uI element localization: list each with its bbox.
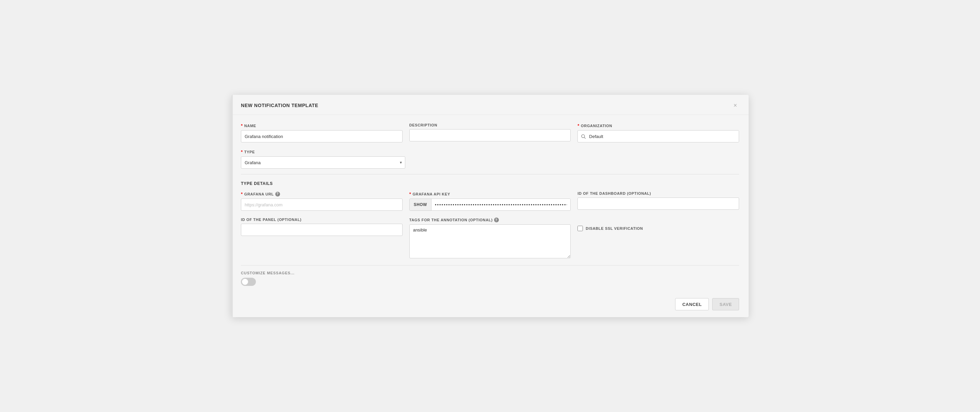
description-input[interactable] bbox=[409, 129, 571, 141]
modal-left-border bbox=[231, 95, 233, 317]
api-required-star: * bbox=[409, 192, 411, 196]
cancel-button[interactable]: CANCEL bbox=[675, 298, 709, 311]
close-button[interactable]: × bbox=[731, 101, 739, 109]
org-input-wrapper bbox=[578, 130, 739, 143]
api-key-label: * GRAFANA API KEY bbox=[409, 192, 571, 196]
customize-toggle[interactable] bbox=[241, 278, 256, 286]
description-label: DESCRIPTION bbox=[409, 123, 571, 127]
modal-footer: CANCEL SAVE bbox=[231, 293, 749, 317]
close-icon: × bbox=[733, 102, 737, 108]
ssl-label[interactable]: DISABLE SSL VERIFICATION bbox=[585, 227, 643, 230]
type-group: * TYPE Grafana Email Slack PagerDuty Web… bbox=[241, 149, 405, 169]
type-select[interactable]: Grafana Email Slack PagerDuty WebHook bbox=[241, 156, 405, 169]
type-required-star: * bbox=[241, 149, 243, 154]
type-select-wrapper: Grafana Email Slack PagerDuty WebHook ▾ bbox=[241, 156, 405, 169]
modal-body: * NAME DESCRIPTION * ORGANIZATION bbox=[231, 115, 749, 293]
modal-container: NEW NOTIFICATION TEMPLATE × * NAME DESCR… bbox=[231, 95, 749, 317]
dashboard-id-label: ID OF THE DASHBOARD (OPTIONAL) bbox=[578, 192, 739, 195]
dashboard-id-input[interactable] bbox=[578, 198, 739, 210]
tags-textarea[interactable]: ansible bbox=[409, 224, 571, 258]
name-required-star: * bbox=[241, 123, 243, 128]
section-divider bbox=[241, 174, 739, 174]
tags-group: TAGS FOR THE ANNOTATION (OPTIONAL) ? ans… bbox=[409, 217, 571, 258]
form-row-1: * NAME DESCRIPTION * ORGANIZATION bbox=[241, 123, 739, 143]
search-icon bbox=[578, 134, 589, 139]
ssl-group: DISABLE SSL VERIFICATION bbox=[578, 217, 739, 258]
customize-label: CUSTOMIZE MESSAGES... bbox=[241, 271, 739, 275]
type-row: * TYPE Grafana Email Slack PagerDuty Web… bbox=[241, 149, 739, 169]
tags-label: TAGS FOR THE ANNOTATION (OPTIONAL) ? bbox=[409, 217, 571, 222]
api-key-group: * GRAFANA API KEY SHOW bbox=[409, 192, 571, 211]
customize-section: CUSTOMIZE MESSAGES... bbox=[241, 265, 739, 286]
modal-header: NEW NOTIFICATION TEMPLATE × bbox=[231, 95, 749, 115]
save-button[interactable]: SAVE bbox=[712, 298, 739, 311]
description-group: DESCRIPTION bbox=[409, 123, 571, 143]
api-key-wrapper: SHOW bbox=[409, 198, 571, 211]
ssl-checkbox[interactable] bbox=[578, 226, 583, 231]
type-label: * TYPE bbox=[241, 149, 405, 154]
organization-label: * ORGANIZATION bbox=[578, 123, 739, 128]
name-group: * NAME bbox=[241, 123, 402, 143]
organization-group: * ORGANIZATION bbox=[578, 123, 739, 143]
organization-input[interactable] bbox=[589, 130, 739, 142]
dashboard-id-group: ID OF THE DASHBOARD (OPTIONAL) bbox=[578, 192, 739, 211]
toggle-slider bbox=[241, 278, 256, 286]
panel-id-label: ID OF THE PANEL (OPTIONAL) bbox=[241, 217, 402, 222]
svg-line-1 bbox=[584, 137, 585, 139]
name-label: * NAME bbox=[241, 123, 402, 128]
org-required-star: * bbox=[578, 123, 579, 128]
url-required-star: * bbox=[241, 192, 243, 196]
form-row-4: ID OF THE PANEL (OPTIONAL) TAGS FOR THE … bbox=[241, 217, 739, 258]
api-key-input[interactable] bbox=[431, 199, 570, 211]
grafana-url-input[interactable] bbox=[241, 198, 402, 211]
tags-help-icon[interactable]: ? bbox=[494, 217, 499, 222]
type-details-title: TYPE DETAILS bbox=[241, 181, 739, 186]
show-api-key-button[interactable]: SHOW bbox=[410, 199, 431, 211]
modal-title: NEW NOTIFICATION TEMPLATE bbox=[241, 103, 318, 108]
name-input[interactable] bbox=[241, 130, 402, 143]
panel-id-input[interactable] bbox=[241, 224, 402, 236]
grafana-url-label: * GRAFANA URL ? bbox=[241, 192, 402, 196]
ssl-checkbox-wrapper: DISABLE SSL VERIFICATION bbox=[578, 226, 739, 231]
form-row-3: * GRAFANA URL ? * GRAFANA API KEY SHOW bbox=[241, 192, 739, 211]
grafana-url-group: * GRAFANA URL ? bbox=[241, 192, 402, 211]
grafana-url-help-icon[interactable]: ? bbox=[275, 192, 280, 196]
panel-id-group: ID OF THE PANEL (OPTIONAL) bbox=[241, 217, 402, 258]
